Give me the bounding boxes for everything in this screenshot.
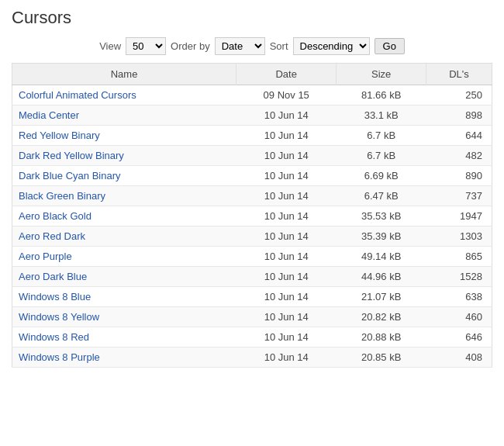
cursor-dls: 1528 xyxy=(426,267,492,287)
cursor-date: 10 Jun 14 xyxy=(236,126,337,146)
table-row: Media Center10 Jun 1433.1 kB898 xyxy=(12,105,492,126)
cursor-date: 10 Jun 14 xyxy=(236,267,337,287)
cursor-link[interactable]: Dark Blue Cyan Binary xyxy=(19,170,121,182)
cursor-link[interactable]: Aero Red Dark xyxy=(19,230,85,242)
cursor-link[interactable]: Aero Black Gold xyxy=(19,210,91,222)
cursor-dls: 644 xyxy=(426,126,492,146)
cursor-date: 09 Nov 15 xyxy=(236,85,337,105)
table-row: Aero Red Dark10 Jun 1435.39 kB1303 xyxy=(12,226,492,247)
cursor-size: 20.85 kB xyxy=(337,347,426,368)
cursor-size: 35.39 kB xyxy=(337,226,426,247)
cursor-size: 33.1 kB xyxy=(337,105,426,126)
cursor-size: 20.88 kB xyxy=(337,327,426,347)
go-button[interactable]: Go xyxy=(375,38,405,54)
cursor-dls: 408 xyxy=(426,347,492,368)
cursor-dls: 1947 xyxy=(426,206,492,226)
cursor-size: 6.47 kB xyxy=(337,186,426,206)
col-dls: DL's xyxy=(426,64,492,85)
cursor-size: 49.14 kB xyxy=(337,247,426,267)
cursor-date: 10 Jun 14 xyxy=(236,226,337,247)
table-row: Windows 8 Blue10 Jun 1421.07 kB638 xyxy=(12,287,492,307)
cursor-link[interactable]: Windows 8 Blue xyxy=(19,291,91,303)
cursor-link[interactable]: Windows 8 Yellow xyxy=(19,311,99,323)
cursor-link[interactable]: Windows 8 Red xyxy=(19,331,89,343)
cursor-date: 10 Jun 14 xyxy=(236,287,337,307)
cursor-dls: 865 xyxy=(426,247,492,267)
table-row: Windows 8 Purple10 Jun 1420.85 kB408 xyxy=(12,347,492,368)
orderby-label: Order by xyxy=(171,40,210,52)
cursor-date: 10 Jun 14 xyxy=(236,327,337,347)
cursor-date: 10 Jun 14 xyxy=(236,247,337,267)
cursor-date: 10 Jun 14 xyxy=(236,307,337,327)
table-row: Aero Dark Blue10 Jun 1444.96 kB1528 xyxy=(12,267,492,287)
cursor-date: 10 Jun 14 xyxy=(236,166,337,186)
cursor-size: 6.7 kB xyxy=(337,126,426,146)
table-row: Aero Purple10 Jun 1449.14 kB865 xyxy=(12,247,492,267)
table-row: Aero Black Gold10 Jun 1435.53 kB1947 xyxy=(12,206,492,226)
cursor-dls: 890 xyxy=(426,166,492,186)
cursor-size: 6.7 kB xyxy=(337,146,426,166)
cursor-size: 6.69 kB xyxy=(337,166,426,186)
cursor-size: 81.66 kB xyxy=(337,85,426,105)
cursor-link[interactable]: Media Center xyxy=(19,109,79,121)
cursor-link[interactable]: Aero Dark Blue xyxy=(19,271,87,282)
table-row: Windows 8 Red10 Jun 1420.88 kB646 xyxy=(12,327,492,347)
sort-select[interactable]: AscendingDescending xyxy=(293,37,370,55)
cursor-dls: 460 xyxy=(426,307,492,327)
table-header-row: Name Date Size DL's xyxy=(12,64,492,85)
cursor-link[interactable]: Dark Red Yellow Binary xyxy=(19,150,124,161)
cursor-dls: 898 xyxy=(426,105,492,126)
cursor-date: 10 Jun 14 xyxy=(236,186,337,206)
table-row: Dark Blue Cyan Binary10 Jun 146.69 kB890 xyxy=(12,166,492,186)
table-row: Colorful Animated Cursors09 Nov 1581.66 … xyxy=(12,85,492,105)
table-row: Black Green Binary10 Jun 146.47 kB737 xyxy=(12,186,492,206)
orderby-select[interactable]: NameDateSizeDLs xyxy=(215,37,265,55)
cursor-dls: 737 xyxy=(426,186,492,206)
cursor-dls: 646 xyxy=(426,327,492,347)
cursor-size: 21.07 kB xyxy=(337,287,426,307)
cursors-table: Name Date Size DL's Colorful Animated Cu… xyxy=(12,63,492,368)
cursor-dls: 1303 xyxy=(426,226,492,247)
cursor-date: 10 Jun 14 xyxy=(236,105,337,126)
cursor-link[interactable]: Colorful Animated Cursors xyxy=(19,89,136,101)
cursor-size: 44.96 kB xyxy=(337,267,426,287)
col-date: Date xyxy=(236,64,337,85)
col-size: Size xyxy=(337,64,426,85)
page-title: Cursors xyxy=(12,8,492,28)
table-row: Dark Red Yellow Binary10 Jun 146.7 kB482 xyxy=(12,146,492,166)
cursor-link[interactable]: Black Green Binary xyxy=(19,190,105,202)
controls-bar: View 2550100 Order by NameDateSizeDLs So… xyxy=(12,37,492,55)
cursor-size: 20.82 kB xyxy=(337,307,426,327)
cursor-date: 10 Jun 14 xyxy=(236,347,337,368)
sort-label: Sort xyxy=(270,40,288,52)
cursor-date: 10 Jun 14 xyxy=(236,146,337,166)
view-label: View xyxy=(99,40,121,52)
col-name: Name xyxy=(12,64,236,85)
cursor-date: 10 Jun 14 xyxy=(236,206,337,226)
cursor-size: 35.53 kB xyxy=(337,206,426,226)
cursor-link[interactable]: Red Yellow Binary xyxy=(19,130,100,141)
cursor-link[interactable]: Aero Purple xyxy=(19,251,72,262)
table-row: Red Yellow Binary10 Jun 146.7 kB644 xyxy=(12,126,492,146)
cursor-dls: 250 xyxy=(426,85,492,105)
cursor-dls: 638 xyxy=(426,287,492,307)
view-select[interactable]: 2550100 xyxy=(126,37,166,55)
table-row: Windows 8 Yellow10 Jun 1420.82 kB460 xyxy=(12,307,492,327)
cursor-link[interactable]: Windows 8 Purple xyxy=(19,351,100,363)
cursor-dls: 482 xyxy=(426,146,492,166)
